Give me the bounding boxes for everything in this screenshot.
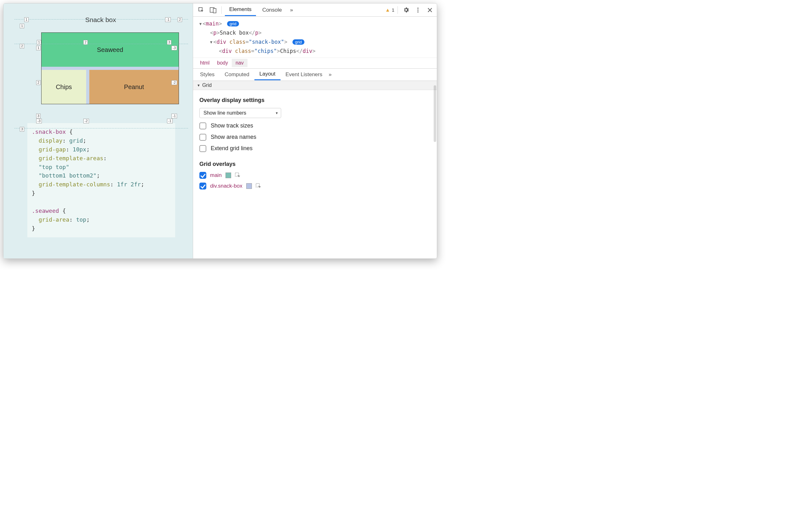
- svg-point-4: [417, 10, 419, 11]
- dom-node-p[interactable]: <p>Snack box</p>: [199, 28, 437, 38]
- line-numbers-dropdown[interactable]: Show line numbers ▾: [199, 108, 281, 118]
- tab-elements[interactable]: Elements: [225, 4, 256, 16]
- grid-badge[interactable]: grid: [227, 21, 239, 26]
- tab-layout[interactable]: Layout: [255, 69, 280, 80]
- grid-line-number: 3: [167, 40, 171, 45]
- overlay-element-name[interactable]: main: [210, 172, 222, 179]
- breadcrumb-item[interactable]: body: [213, 59, 232, 67]
- checkbox-label: Extend grid lines: [211, 145, 252, 152]
- reveal-in-elements-icon[interactable]: [256, 183, 262, 189]
- kebab-menu-icon[interactable]: [413, 5, 423, 15]
- svg-point-3: [417, 8, 419, 9]
- overlay-settings-heading: Overlay display settings: [199, 97, 431, 103]
- dom-tree[interactable]: ▼<main> grid <p>Snack box</p> ▼<div clas…: [193, 17, 437, 58]
- checkbox[interactable]: [199, 172, 206, 179]
- dom-node-main[interactable]: ▼<main> grid: [199, 19, 437, 28]
- grid-line-number: -3: [36, 119, 42, 123]
- expand-triangle-icon: ▼: [197, 83, 200, 87]
- grid-line-number: 1: [36, 46, 41, 51]
- grid-overlay-row: div.snack-box: [199, 183, 431, 190]
- breadcrumb: html body nav: [193, 58, 437, 68]
- color-swatch[interactable]: [246, 183, 252, 189]
- tab-event-listeners[interactable]: Event Listeners: [280, 69, 328, 80]
- grid-line-number: 3: [36, 114, 41, 118]
- grid-section-title: Grid: [202, 83, 212, 88]
- svg-point-5: [417, 11, 419, 13]
- inspect-element-icon[interactable]: [196, 5, 206, 15]
- svg-rect-2: [213, 9, 216, 13]
- dropdown-value: Show line numbers: [203, 110, 246, 116]
- toolbar-separator: [221, 6, 222, 14]
- checkbox[interactable]: [199, 123, 206, 129]
- grid-line-number: 2: [20, 44, 24, 48]
- devtools-pane: Elements Console » ▲ 1 ▼<main> grid: [193, 3, 437, 258]
- grid-guide-line: [14, 19, 188, 19]
- scrollbar-thumb[interactable]: [434, 85, 436, 142]
- overlay-element-name[interactable]: div.snack-box: [210, 183, 243, 189]
- reveal-in-elements-icon[interactable]: [235, 172, 241, 178]
- breadcrumb-item[interactable]: html: [196, 59, 213, 67]
- tabs-overflow-button[interactable]: »: [288, 4, 295, 16]
- checkbox[interactable]: [199, 145, 206, 152]
- grid-overlay-row: main: [199, 172, 431, 179]
- grid-line-number: 1: [24, 17, 29, 22]
- warning-count: 1: [392, 7, 394, 13]
- app-window: 1 -1 2 1 2 3 1 2 3 1 2 3 -3 -2 -1 -3 -2 …: [3, 3, 437, 259]
- warning-icon: ▲: [385, 7, 390, 13]
- snack-box-grid: Seaweed Chips Peanut: [41, 32, 179, 104]
- checkbox-label: Show area names: [211, 134, 256, 140]
- layout-panel: Overlay display settings Show line numbe…: [193, 90, 437, 258]
- checkbox[interactable]: [199, 183, 206, 190]
- page-preview-pane: 1 -1 2 1 2 3 1 2 3 1 2 3 -3 -2 -1 -3 -2 …: [3, 3, 193, 258]
- grid-overlays-heading: Grid overlays: [199, 161, 431, 167]
- chevron-down-icon: ▾: [276, 111, 278, 115]
- grid-line-number: 2: [178, 17, 182, 22]
- grid-line-number: 3: [20, 127, 24, 131]
- grid-line-number: -2: [83, 119, 89, 123]
- dom-node-snackbox[interactable]: ▼<div class="snack-box"> grid: [199, 38, 437, 46]
- setting-checkbox-row[interactable]: Show area names: [199, 134, 431, 141]
- grid-line-number: -1: [171, 114, 177, 118]
- grid-cell-seaweed: Seaweed: [42, 33, 179, 67]
- page-title: Snack box: [27, 16, 174, 24]
- grid-line-number: -1: [165, 17, 171, 22]
- grid-line-number: 1: [20, 24, 24, 28]
- grid-cell-chips: Chips: [42, 70, 86, 104]
- tab-computed[interactable]: Computed: [219, 69, 254, 80]
- grid-guide-line: [14, 128, 188, 128]
- grid-line-number: 2: [83, 40, 88, 45]
- grid-line-number: -1: [167, 119, 173, 123]
- checkbox-label: Show track sizes: [211, 123, 253, 129]
- grid-badge[interactable]: grid: [292, 39, 304, 45]
- grid-section-header[interactable]: ▼ Grid: [193, 81, 437, 90]
- setting-checkbox-row[interactable]: Show track sizes: [199, 123, 431, 129]
- devtools-toolbar: Elements Console » ▲ 1: [193, 3, 437, 17]
- expand-triangle-icon[interactable]: ▼: [199, 21, 202, 27]
- device-toolbar-icon[interactable]: [208, 5, 218, 15]
- sidebar-tabs: Styles Computed Layout Event Listeners »: [193, 68, 437, 81]
- toolbar-separator: [397, 6, 398, 14]
- grid-line-number: 1: [37, 40, 41, 45]
- checkbox[interactable]: [199, 134, 206, 141]
- grid-line-number: -3: [171, 46, 177, 51]
- tab-console[interactable]: Console: [258, 4, 286, 16]
- close-icon[interactable]: [425, 5, 435, 15]
- dom-node-chips[interactable]: <div class="chips">Chips</div>: [199, 46, 437, 56]
- grid-cell-peanut: Peanut: [89, 70, 179, 104]
- breadcrumb-item[interactable]: nav: [232, 59, 247, 67]
- settings-icon[interactable]: [401, 5, 411, 15]
- tab-styles[interactable]: Styles: [195, 69, 219, 80]
- setting-checkbox-row[interactable]: Extend grid lines: [199, 145, 431, 152]
- tabs-overflow-button[interactable]: »: [328, 69, 333, 80]
- css-code-block: .snack-box { display: grid; grid-gap: 10…: [27, 123, 175, 237]
- color-swatch[interactable]: [226, 172, 231, 178]
- grid-line-number: 2: [36, 80, 41, 85]
- warnings-indicator[interactable]: ▲ 1: [385, 7, 394, 13]
- grid-line-number: -2: [171, 80, 177, 85]
- expand-triangle-icon[interactable]: ▼: [210, 39, 212, 45]
